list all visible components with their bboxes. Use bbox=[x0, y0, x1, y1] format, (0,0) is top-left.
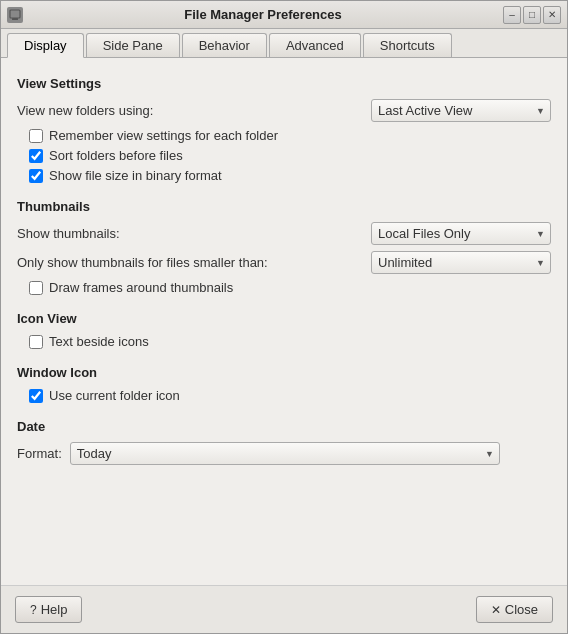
close-label: Close bbox=[505, 602, 538, 617]
icon-view-title: Icon View bbox=[17, 311, 551, 326]
new-folders-label: View new folders using: bbox=[17, 103, 371, 118]
titlebar-buttons: – □ ✕ bbox=[503, 6, 561, 24]
tab-advanced[interactable]: Advanced bbox=[269, 33, 361, 57]
thumbnail-size-dropdown[interactable]: Unlimited 1 MB 4 MB 16 MB 64 MB 256 MB bbox=[371, 251, 551, 274]
text-beside-icons-row: Text beside icons bbox=[17, 334, 551, 349]
sort-folders-label[interactable]: Sort folders before files bbox=[49, 148, 183, 163]
view-settings-title: View Settings bbox=[17, 76, 551, 91]
help-button[interactable]: ? Help bbox=[15, 596, 82, 623]
thumbnail-size-label: Only show thumbnails for files smaller t… bbox=[17, 255, 371, 270]
titlebar-center: File Manager Preferences bbox=[23, 7, 503, 22]
footer: ? Help ✕ Close bbox=[1, 585, 567, 633]
date-format-label: Format: bbox=[17, 446, 62, 461]
remember-view-checkbox[interactable] bbox=[29, 129, 43, 143]
show-thumbnails-dropdown[interactable]: Local Files Only Always Never bbox=[371, 222, 551, 245]
close-footer-icon: ✕ bbox=[491, 603, 501, 617]
new-folders-dropdown[interactable]: Last Active View Icon View List View Com… bbox=[371, 99, 551, 122]
tabs-bar: Display Side Pane Behavior Advanced Shor… bbox=[1, 29, 567, 58]
help-icon: ? bbox=[30, 603, 37, 617]
thumbnail-size-dropdown-wrapper: Unlimited 1 MB 4 MB 16 MB 64 MB 256 MB bbox=[371, 251, 551, 274]
close-button[interactable]: ✕ bbox=[543, 6, 561, 24]
text-beside-icons-label[interactable]: Text beside icons bbox=[49, 334, 149, 349]
draw-frames-checkbox[interactable] bbox=[29, 281, 43, 295]
draw-frames-label[interactable]: Draw frames around thumbnails bbox=[49, 280, 233, 295]
titlebar: File Manager Preferences – □ ✕ bbox=[1, 1, 567, 29]
binary-format-checkbox[interactable] bbox=[29, 169, 43, 183]
current-folder-icon-label[interactable]: Use current folder icon bbox=[49, 388, 180, 403]
maximize-button[interactable]: □ bbox=[523, 6, 541, 24]
date-title: Date bbox=[17, 419, 551, 434]
thumbnails-title: Thumbnails bbox=[17, 199, 551, 214]
text-beside-icons-checkbox[interactable] bbox=[29, 335, 43, 349]
remember-view-label[interactable]: Remember view settings for each folder bbox=[49, 128, 278, 143]
titlebar-left bbox=[7, 7, 23, 23]
binary-format-label[interactable]: Show file size in binary format bbox=[49, 168, 222, 183]
sort-folders-checkbox[interactable] bbox=[29, 149, 43, 163]
date-format-dropdown[interactable]: Today Yesterday Custom bbox=[70, 442, 500, 465]
show-thumbnails-label: Show thumbnails: bbox=[17, 226, 371, 241]
date-format-dropdown-wrapper: Today Yesterday Custom bbox=[70, 442, 500, 465]
new-folders-row: View new folders using: Last Active View… bbox=[17, 99, 551, 122]
window-icon bbox=[7, 7, 23, 23]
main-content: View Settings View new folders using: La… bbox=[1, 58, 567, 585]
binary-format-row: Show file size in binary format bbox=[17, 168, 551, 183]
tab-side-pane[interactable]: Side Pane bbox=[86, 33, 180, 57]
tab-shortcuts[interactable]: Shortcuts bbox=[363, 33, 452, 57]
svg-rect-0 bbox=[10, 10, 20, 18]
new-folders-dropdown-wrapper: Last Active View Icon View List View Com… bbox=[371, 99, 551, 122]
tab-behavior[interactable]: Behavior bbox=[182, 33, 267, 57]
sort-folders-row: Sort folders before files bbox=[17, 148, 551, 163]
current-folder-icon-checkbox[interactable] bbox=[29, 389, 43, 403]
show-thumbnails-dropdown-wrapper: Local Files Only Always Never bbox=[371, 222, 551, 245]
window-title: File Manager Preferences bbox=[184, 7, 342, 22]
remember-view-row: Remember view settings for each folder bbox=[17, 128, 551, 143]
minimize-button[interactable]: – bbox=[503, 6, 521, 24]
svg-rect-1 bbox=[12, 18, 18, 20]
window: File Manager Preferences – □ ✕ Display S… bbox=[0, 0, 568, 634]
draw-frames-row: Draw frames around thumbnails bbox=[17, 280, 551, 295]
close-button-footer[interactable]: ✕ Close bbox=[476, 596, 553, 623]
window-icon-title: Window Icon bbox=[17, 365, 551, 380]
thumbnail-size-row: Only show thumbnails for files smaller t… bbox=[17, 251, 551, 274]
tab-display[interactable]: Display bbox=[7, 33, 84, 58]
current-folder-icon-row: Use current folder icon bbox=[17, 388, 551, 403]
show-thumbnails-row: Show thumbnails: Local Files Only Always… bbox=[17, 222, 551, 245]
help-label: Help bbox=[41, 602, 68, 617]
date-format-row: Format: Today Yesterday Custom bbox=[17, 442, 551, 465]
